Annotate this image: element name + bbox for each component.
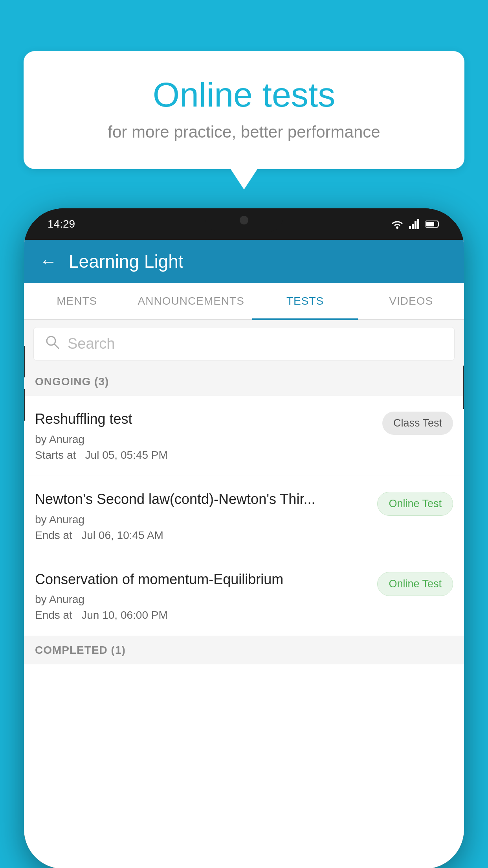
test-item[interactable]: Conservation of momentum-Equilibrium by … [24, 556, 464, 636]
completed-section-label: COMPLETED (1) [24, 636, 464, 664]
phone-frame: 14:29 [24, 208, 464, 868]
signal-icon [409, 219, 421, 229]
test-time-value: Jul 05, 05:45 PM [85, 449, 168, 461]
app-title: Learning Light [69, 251, 183, 272]
test-list: Reshuffling test by Anurag Starts at Jul… [24, 396, 464, 868]
tab-tests[interactable]: TESTS [252, 283, 358, 319]
tab-videos[interactable]: VIDEOS [358, 283, 464, 319]
svg-point-0 [396, 226, 398, 229]
test-time-value: Jun 10, 06:00 PM [81, 609, 167, 621]
status-time: 14:29 [48, 218, 75, 230]
search-input[interactable]: Search [68, 335, 115, 352]
speech-bubble-subtitle: for more practice, better performance [55, 123, 433, 142]
test-time: Starts at Jul 05, 05:45 PM [35, 449, 374, 462]
battery-icon [426, 220, 440, 228]
svg-rect-6 [426, 222, 434, 226]
test-time: Ends at Jul 06, 10:45 AM [35, 529, 369, 542]
app-header: ← Learning Light [24, 240, 464, 283]
status-icons [390, 219, 440, 230]
test-info: Reshuffling test by Anurag Starts at Jul… [35, 410, 374, 462]
test-time-label: Starts at [35, 449, 76, 461]
camera [240, 216, 248, 224]
wifi-icon [390, 219, 404, 230]
tab-announcements[interactable]: ANNOUNCEMENTS [130, 283, 252, 319]
test-name: Reshuffling test [35, 410, 374, 428]
tab-ments[interactable]: MENTS [24, 283, 130, 319]
test-item[interactable]: Reshuffling test by Anurag Starts at Jul… [24, 396, 464, 476]
status-bar: 14:29 [24, 208, 464, 240]
test-time: Ends at Jun 10, 06:00 PM [35, 609, 369, 622]
test-name: Conservation of momentum-Equilibrium [35, 570, 369, 589]
test-item[interactable]: Newton's Second law(contd)-Newton's Thir… [24, 476, 464, 556]
app-screen: ← Learning Light MENTS ANNOUNCEMENTS TES… [24, 240, 464, 868]
speech-bubble-title: Online tests [55, 75, 433, 115]
test-time-value: Jul 06, 10:45 AM [81, 529, 163, 541]
test-time-label: Ends at [35, 529, 72, 541]
tabs-container: MENTS ANNOUNCEMENTS TESTS VIDEOS [24, 283, 464, 320]
test-badge-class: Class Test [382, 412, 453, 435]
test-author: by Anurag [35, 433, 374, 446]
search-bar[interactable]: Search [33, 327, 455, 360]
phone-notch [205, 208, 283, 232]
svg-rect-2 [412, 224, 414, 229]
speech-bubble: Online tests for more practice, better p… [24, 51, 464, 169]
svg-rect-1 [409, 226, 411, 229]
ongoing-section-label: ONGOING (3) [24, 368, 464, 396]
volume-up-button[interactable] [24, 346, 25, 377]
search-icon [45, 335, 60, 353]
test-badge-online-2: Online Test [377, 572, 453, 596]
speech-bubble-container: Online tests for more practice, better p… [24, 51, 464, 169]
test-info: Conservation of momentum-Equilibrium by … [35, 570, 369, 622]
volume-down-button[interactable] [24, 389, 25, 421]
test-badge-online: Online Test [377, 492, 453, 516]
svg-line-8 [54, 344, 59, 348]
test-time-label: Ends at [35, 609, 72, 621]
back-button[interactable]: ← [40, 252, 57, 271]
test-author: by Anurag [35, 593, 369, 606]
test-name: Newton's Second law(contd)-Newton's Thir… [35, 490, 369, 509]
power-button[interactable] [463, 366, 464, 409]
svg-rect-4 [417, 219, 419, 229]
svg-rect-3 [415, 221, 416, 229]
test-info: Newton's Second law(contd)-Newton's Thir… [35, 490, 369, 542]
search-container: Search [24, 320, 464, 368]
test-author: by Anurag [35, 513, 369, 526]
